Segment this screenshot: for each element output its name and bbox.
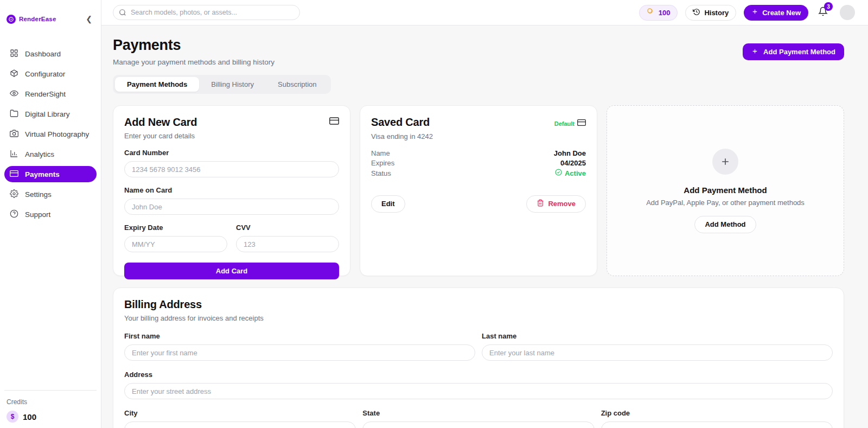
sidebar-collapse-button[interactable]: ❮: [84, 14, 94, 24]
check-circle-icon: [555, 169, 562, 177]
add-payment-method-panel[interactable]: Add Payment Method Add PayPal, Apple Pay…: [607, 105, 844, 276]
saved-card-name-row: Name John Doe: [371, 148, 586, 158]
history-label: History: [704, 9, 729, 17]
cvv-input[interactable]: [236, 236, 339, 252]
tab-payment-methods[interactable]: Payment Methods: [115, 77, 199, 92]
sidebar-item-payments[interactable]: Payments: [4, 166, 97, 182]
credit-card-icon: [577, 118, 586, 129]
credits-value: 100: [23, 412, 36, 421]
user-avatar[interactable]: [840, 5, 855, 20]
sidebar-item-label: Payments: [25, 170, 60, 178]
eye-icon: [10, 89, 18, 99]
zip-code-input[interactable]: [601, 421, 833, 428]
add-method-title: Add Payment Method: [684, 186, 767, 195]
row-value: 04/2025: [560, 159, 586, 167]
sidebar-item-label: Configurator: [25, 70, 65, 78]
edit-card-button[interactable]: Edit: [371, 195, 405, 213]
credits-label: Credits: [7, 398, 94, 406]
state-input[interactable]: [362, 421, 594, 428]
sidebar-item-label: RenderSight: [25, 90, 66, 98]
default-badge-label: Default: [554, 120, 575, 127]
saved-card-expires-row: Expires 04/2025: [371, 158, 586, 169]
tab-subscription[interactable]: Subscription: [266, 77, 329, 92]
expiry-date-input[interactable]: [124, 236, 227, 252]
logo-row: RenderEase ❮: [4, 0, 97, 24]
city-label: City: [124, 409, 356, 417]
add-card-button[interactable]: Add Card: [124, 263, 339, 279]
sidebar-item-label: Settings: [25, 190, 52, 199]
app-root: RenderEase ❮ Dashboard Configurator Rend…: [0, 0, 868, 428]
remove-card-button[interactable]: Remove: [526, 195, 586, 213]
sidebar-item-rendersight[interactable]: RenderSight: [4, 86, 97, 102]
tab-billing-history[interactable]: Billing History: [199, 77, 266, 92]
sidebar-item-dashboard[interactable]: Dashboard: [4, 46, 97, 62]
add-new-card-title: Add New Card: [124, 116, 197, 129]
cube-icon: [10, 69, 18, 79]
last-name-input[interactable]: [482, 344, 833, 361]
default-badge: Default: [554, 118, 586, 129]
add-payment-method-label: Add Payment Method: [763, 48, 835, 56]
cvv-label: CVV: [236, 223, 339, 232]
saved-card-panel: Saved Card Default Visa ending in 4242 N…: [360, 105, 597, 276]
name-on-card-label: Name on Card: [124, 186, 339, 194]
search: [113, 5, 300, 20]
row-label: Name: [371, 149, 390, 157]
add-method-subtitle: Add PayPal, Apple Pay, or other payment …: [646, 199, 805, 207]
add-new-card-subtitle: Enter your card details: [124, 132, 339, 140]
row-label: Status: [371, 169, 391, 177]
last-name-label: Last name: [482, 332, 833, 340]
sidebar: RenderEase ❮ Dashboard Configurator Rend…: [0, 0, 101, 428]
sidebar-item-label: Support: [25, 210, 50, 219]
status-badge: Active: [555, 169, 586, 177]
notifications-button[interactable]: 3: [818, 7, 828, 18]
sidebar-item-digital-library[interactable]: Digital Library: [4, 106, 97, 122]
address-input[interactable]: [124, 383, 833, 399]
status-label: Active: [565, 169, 586, 177]
saved-card-title: Saved Card: [371, 116, 430, 129]
plus-icon: [751, 48, 758, 56]
brand-logo[interactable]: RenderEase: [7, 15, 56, 24]
credit-card-icon: [329, 116, 339, 128]
brand-name: RenderEase: [19, 16, 56, 22]
add-payment-method-button[interactable]: Add Payment Method: [743, 43, 844, 60]
coins-icon: [647, 8, 655, 17]
folder-icon: [10, 109, 18, 119]
row-value: John Doe: [554, 149, 586, 157]
saved-card-subtitle: Visa ending in 4242: [371, 132, 586, 140]
camera-icon: [10, 129, 18, 139]
sidebar-item-virtual-photography[interactable]: Virtual Photography: [4, 126, 97, 142]
city-input[interactable]: [124, 421, 356, 428]
history-button[interactable]: History: [685, 5, 736, 21]
tab-bar: Payment Methods Billing History Subscrip…: [113, 75, 331, 94]
search-input[interactable]: [113, 5, 300, 20]
credits-count: 100: [659, 9, 671, 17]
bar-chart-icon: [10, 149, 18, 159]
sidebar-item-configurator[interactable]: Configurator: [4, 66, 97, 82]
help-circle-icon: [10, 209, 18, 220]
state-label: State: [362, 409, 594, 417]
plus-circle-icon[interactable]: [712, 149, 738, 175]
billing-address-title: Billing Address: [124, 298, 833, 311]
credit-card-icon: [10, 169, 18, 180]
history-clock-icon: [693, 8, 700, 17]
first-name-input[interactable]: [124, 344, 475, 361]
credits-pill[interactable]: 100: [639, 5, 678, 21]
zip-code-label: Zip code: [601, 409, 833, 417]
brand-logo-icon: [7, 15, 16, 24]
create-new-button[interactable]: Create New: [744, 5, 808, 21]
notification-badge: 3: [824, 2, 833, 11]
add-method-button[interactable]: Add Method: [694, 216, 756, 233]
name-on-card-input[interactable]: [124, 199, 339, 215]
sidebar-item-analytics[interactable]: Analytics: [4, 146, 97, 162]
create-new-label: Create New: [762, 9, 801, 17]
chevron-left-icon: ❮: [86, 15, 92, 23]
billing-address-panel: Billing Address Your billing address for…: [113, 288, 844, 428]
grid-icon: [10, 49, 18, 59]
card-number-input[interactable]: [124, 161, 339, 177]
address-label: Address: [124, 370, 833, 379]
first-name-label: First name: [124, 332, 475, 340]
sidebar-item-label: Virtual Photography: [25, 130, 89, 138]
sidebar-item-settings[interactable]: Settings: [4, 186, 97, 202]
row-label: Expires: [371, 159, 394, 167]
sidebar-item-support[interactable]: Support: [4, 206, 97, 222]
